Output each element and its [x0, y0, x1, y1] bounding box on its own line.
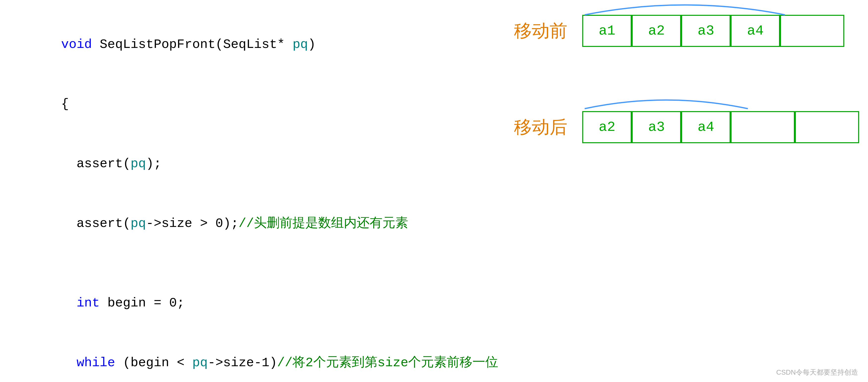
watermark: CSDN令每天都要坚持创造	[776, 368, 858, 377]
code-line-2: {	[15, 75, 498, 134]
code-line-begin: int begin = 0;	[15, 274, 498, 333]
cell-a2: a2	[632, 15, 681, 47]
before-diagram-block: 移动前 a1 a2 a3 a4	[513, 15, 844, 47]
code-line-blank1	[15, 253, 498, 274]
before-label: 移动前	[513, 19, 567, 43]
after-cells-row: a2 a3 a4	[582, 111, 859, 143]
cell-a4: a4	[731, 15, 780, 47]
cell-a4-after: a4	[681, 111, 731, 143]
cell-empty1	[780, 15, 844, 47]
code-section: void SeqListPopFront(SeqList* pq) { asse…	[15, 10, 498, 372]
cell-a1: a1	[582, 15, 632, 47]
before-visual: a1 a2 a3 a4	[582, 15, 844, 47]
before-cells-row: a1 a2 a3 a4	[582, 15, 844, 47]
diagram-section: 移动前 a1 a2 a3 a4 移动后	[498, 10, 859, 372]
cell-a3-after: a3	[632, 111, 681, 143]
after-arc	[582, 89, 834, 111]
code-line-4: assert(pq->size > 0);//头删前提是数组内还有元素	[15, 194, 498, 253]
after-label: 移动后	[513, 115, 567, 139]
after-diagram-block: 移动后 a2 a3 a4	[513, 111, 859, 143]
cell-a2-after: a2	[582, 111, 632, 143]
cell-empty2b	[795, 111, 859, 143]
cell-a3: a3	[681, 15, 731, 47]
cell-empty2a	[731, 111, 795, 143]
after-visual: a2 a3 a4	[582, 111, 859, 143]
code-line-1: void SeqListPopFront(SeqList* pq)	[15, 15, 498, 75]
before-arc	[582, 0, 834, 17]
code-line-3: assert(pq);	[15, 134, 498, 194]
code-line-while: while (begin < pq->size-1)//将2个元素到第size个…	[15, 333, 498, 382]
keyword-void: void	[61, 37, 100, 52]
